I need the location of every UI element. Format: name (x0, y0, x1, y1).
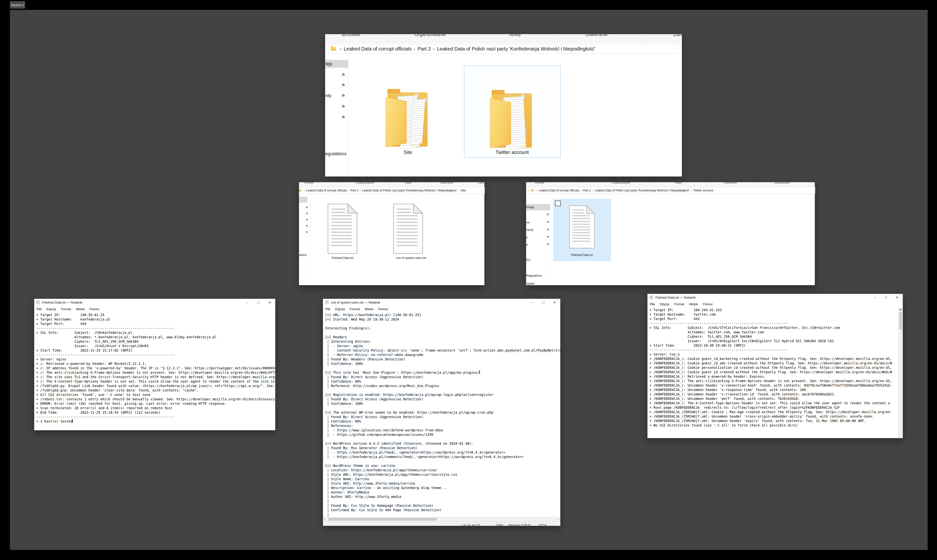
text-file-icon[interactable] (568, 205, 596, 249)
sidebar-item-downloads[interactable]: ne (526, 221, 543, 224)
sidebar-item-eu[interactable]: EU (526, 258, 543, 262)
breadcrumb-segment[interactable]: Leaked Data of Polish nazi party 'Konfed… (437, 46, 595, 52)
explorer-window-party: Schowek Organizowanie Nowy Otwieranie Za… (325, 34, 682, 177)
maximize-button[interactable]: □ (538, 299, 549, 306)
pushpin-icon (305, 225, 308, 228)
close-button[interactable]: ✕ (892, 294, 903, 301)
text-line: + /7vGhlqXd.py: Drupal Link header found… (36, 384, 275, 388)
breadcrumb-segment[interactable]: Site (461, 189, 466, 192)
chevron-icon: › (431, 46, 437, 52)
sidebar-item-regulations[interactable]: Regulations (526, 274, 550, 277)
scroll-left-arrow[interactable]: ‹ (324, 517, 325, 521)
sidebar-item-documents[interactable]: nenty (526, 228, 543, 232)
text-line: | Style Name: Carrino (325, 477, 560, 481)
ribbon-group-open: Otwieranie (585, 34, 608, 37)
maximize-button[interactable]: □ (253, 299, 264, 306)
up-arrow-icon[interactable]: ↑ (526, 189, 529, 192)
text-line: + End Time: 2023-11-25 15:18:54 (GMT2) (… (36, 410, 275, 415)
breadcrumb-segment[interactable]: Leaked Data of Polish nazi party 'Konfed… (362, 189, 457, 192)
text-file-icon[interactable] (326, 203, 359, 254)
menu-item-edit[interactable]: Edycja (46, 307, 56, 311)
sidebar-item-pictures[interactable]: y (526, 235, 543, 239)
menu-item-help[interactable]: Pomoc (90, 307, 99, 311)
text-editor-area[interactable]: + Target IP: 146.59.81.25+ Target Hostna… (34, 312, 275, 430)
sidebar-item-regulations[interactable]: ations (299, 253, 310, 257)
chevron-icon: › (303, 189, 306, 192)
text-line: + /: The X-Content-Type-Options header i… (36, 379, 275, 384)
sidebar-item-quick-access[interactable]: tęp (325, 60, 349, 68)
section-tab[interactable]: Section 1 (10, 1, 25, 9)
text-line: ----------------------------------------… (36, 326, 275, 331)
minimize-button[interactable]: – (242, 299, 253, 306)
menu-item-view[interactable]: Widok (689, 302, 698, 306)
text-editor-area[interactable]: [+] URL: https://konfederacja.pl/ [146.5… (323, 312, 560, 517)
text-line: [+] URL: https://konfederacja.pl/ [146.5… (325, 313, 560, 317)
breadcrumb-segment[interactable]: Leaked Data of Polish nazi party 'Konfed… (594, 189, 689, 192)
menu-item-edit[interactable]: Edycja (335, 307, 345, 311)
address-bar[interactable]: › Leaked Data of corrupt officials › Par… (328, 44, 679, 54)
horizontal-scrollbar[interactable]: ‹ › (323, 517, 560, 522)
text-line: | Confidence: 100% (325, 402, 560, 406)
menu-item-view[interactable]: Widok (76, 307, 85, 311)
close-button[interactable]: ✕ (549, 299, 560, 306)
menu-item-file[interactable]: Plik (37, 307, 42, 311)
breadcrumb-segment[interactable]: Twitter account (693, 189, 713, 192)
vertical-scrollbar[interactable] (898, 307, 903, 438)
breadcrumb-segment[interactable]: Leaked Data of corrupt officials (539, 189, 579, 192)
sidebar-item-music[interactable]: e (526, 243, 543, 246)
address-bar[interactable]: › Leaked Data of corrupt officials › Par… (299, 187, 485, 194)
menu-item-format[interactable]: Format (61, 307, 71, 311)
menu-item-help[interactable]: Pomoc (703, 302, 713, 306)
scroll-up-arrow[interactable] (899, 309, 902, 310)
status-encoding: UTF-8 (538, 522, 546, 526)
text-file-icon[interactable] (392, 203, 425, 254)
breadcrumb-segment[interactable]: Leaked Data of corrupt officials (306, 189, 347, 192)
scrollbar-thumb[interactable] (329, 518, 437, 521)
chevron-icon: › (347, 189, 350, 192)
close-button[interactable]: ✕ (264, 299, 275, 306)
breadcrumb-segment[interactable]: Part 2 (583, 189, 591, 192)
folder-item-site[interactable] (385, 90, 431, 149)
pushpin-icon (546, 235, 550, 239)
text-line: + SSL Info: Subject: /CN=konfederacja.pl (36, 331, 275, 335)
menu-item-edit[interactable]: Edycja (659, 302, 669, 306)
text-line: [+] The external WP-Cron seems to be ena… (325, 410, 560, 415)
breadcrumb-segment[interactable]: Leaked Data of corrupt officials (344, 46, 412, 52)
menu-item-file[interactable]: Plik (325, 307, 330, 311)
menu-item-format[interactable]: Format (350, 307, 360, 311)
text-line (325, 366, 560, 370)
maximize-button[interactable]: □ (880, 294, 892, 301)
breadcrumb-segment[interactable]: Part 2 (418, 46, 431, 52)
scrollbar-thumb[interactable] (899, 312, 902, 329)
sidebar-item-quick-access[interactable] (299, 197, 307, 203)
minimize-button[interactable]: – (869, 294, 880, 301)
title-bar[interactable]: Fetched Data.txt — Notatnik – □ ✕ (648, 294, 903, 301)
folder-item-twitter-account[interactable] (489, 91, 535, 150)
ribbon-group-select: Zaznacz (478, 182, 484, 184)
text-line: + ERROR: Error limit (20) reached for ho… (36, 402, 275, 406)
sidebar-item-regulations[interactable]: egulations (325, 151, 348, 157)
notepad-window-fetched-data-site: Fetched Data.txt — Notatnik – □ ✕ Plik E… (34, 298, 275, 431)
title-bar[interactable]: List of system users.txt — Notatnik – □ … (323, 299, 560, 306)
text-editor-area[interactable]: + Target IP: 104.244.42.193+ Target Host… (648, 307, 898, 438)
scroll-right-arrow[interactable]: › (558, 517, 559, 521)
window-title: Fetched Data.txt — Notatnik (655, 295, 696, 299)
sidebar-item-computer[interactable]: nputer (526, 282, 543, 285)
text-line: | - https://konfederacja.pl/comments/fee… (325, 455, 560, 459)
menu-item-view[interactable]: Widok (365, 307, 374, 311)
address-bar[interactable]: ↑ › Leaked Data of corrupt officials › P… (526, 187, 815, 194)
menu-item-file[interactable]: Plik (650, 302, 655, 306)
sidebar-item-documents[interactable]: nty (325, 93, 340, 98)
selection-checkbox[interactable] (555, 200, 561, 206)
text-line: + /KONFEDERACJA_/: Cookie personalizatio… (650, 365, 898, 370)
explorer-window-site: chowek Organizowanie Nowy Otwieranie Zaz… (299, 182, 485, 285)
title-bar[interactable]: Fetched Data.txt — Notatnik – □ ✕ (34, 299, 275, 306)
menu-item-help[interactable]: Pomoc (378, 307, 388, 311)
minimize-button[interactable]: – (527, 299, 538, 306)
menu-item-format[interactable]: Format (674, 302, 684, 306)
text-line (325, 406, 560, 410)
chevron-icon: › (412, 46, 418, 52)
text-line: Altnames: twitter.com, www.twitter.com (650, 330, 898, 334)
sidebar-item-quick-access[interactable]: lostęp (526, 204, 550, 211)
breadcrumb-segment[interactable]: Part 2 (350, 189, 358, 192)
